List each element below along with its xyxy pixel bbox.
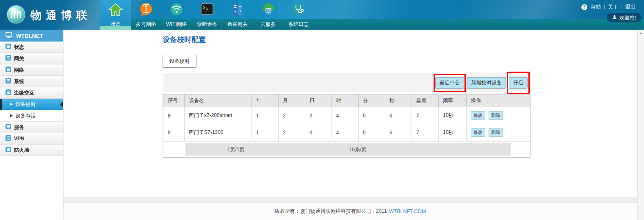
enable-button[interactable]: 开启 — [509, 77, 528, 89]
list-icon — [6, 124, 11, 131]
page-size-indicator: 10条/页 — [349, 146, 367, 153]
column-header: 月 — [279, 95, 305, 107]
cell-month: 2 — [279, 107, 305, 124]
list-icon — [6, 78, 11, 85]
nav-item-status[interactable]: 状态 — [100, 0, 131, 30]
tab-device-time-sync[interactable]: 设备校时 — [163, 55, 196, 68]
wifi-icon — [161, 2, 192, 19]
enable-annotation: 开启 — [509, 77, 528, 89]
monitor-icon — [6, 32, 12, 39]
help-icon: ? — [581, 4, 587, 10]
sidebar-item-network[interactable]: 网络 — [0, 64, 63, 76]
brand-name: 物通博联 — [30, 8, 91, 23]
cell-day: 3 — [305, 124, 332, 141]
copyright-text: 版权所有：厦门物通博联网络科技有限公司 · 2011 — [275, 208, 387, 215]
submenu-arrow-icon: ▶ — [10, 114, 13, 117]
list-icon — [6, 67, 11, 73]
brand-logo: 物通博联 — [6, 4, 91, 26]
cell-hour: 4 — [332, 124, 359, 141]
cell-second: 6 — [385, 107, 412, 124]
page-title: 设备校时配置 — [163, 35, 531, 45]
nav-item-system-logs[interactable]: 系统日志 — [283, 0, 314, 30]
pagination-bar[interactable]: 1页/1页 10条/页 — [185, 143, 511, 156]
list-icon — [6, 147, 11, 153]
sidebar-title: WTBLNET — [0, 30, 63, 42]
column-header: 分 — [359, 95, 385, 107]
sidebar-item-device-alive[interactable]: ▶ 设备存活 — [0, 110, 63, 122]
column-header: 序号 — [163, 95, 185, 107]
device-table-container: 序号 设备名 年 月 日 时 分 秒 星期 频率 操作 — [163, 94, 531, 158]
list-icon — [6, 135, 11, 142]
table-row: 9 西门子S7-1200 1 2 3 4 5 6 7 10秒 修改 — [163, 124, 530, 141]
column-header: 频率 — [439, 95, 467, 107]
nav-item-cloud-service[interactable]: 云服务 — [253, 0, 283, 30]
table-row: 8 西门子s7-200smart 1 2 3 4 5 6 7 10秒 修改 — [163, 107, 530, 124]
cloud-icon — [253, 2, 283, 19]
column-header: 星期 — [412, 95, 439, 107]
restart-center-annotation: 重启中心 — [435, 77, 464, 89]
cell-year: 1 — [252, 124, 279, 141]
sidebar-item-system[interactable]: 系统 — [0, 76, 63, 87]
edit-button[interactable]: 修改 — [471, 111, 485, 120]
delete-button[interactable]: 删除 — [489, 111, 503, 120]
main-area: 设备校时配置 设备校时 重启中心 新增校时设备 开启 — [64, 30, 637, 220]
sidebar-item-firewall[interactable]: 防火墙 — [0, 145, 63, 156]
footer-divider-strip — [64, 197, 637, 203]
top-nav: 状态 拨号网络 — [100, 0, 644, 30]
delete-button[interactable]: 删除 — [489, 128, 503, 137]
help-link[interactable]: 帮助 — [587, 3, 604, 11]
cell-actions: 修改 删除 — [467, 107, 530, 124]
cell-hour: 4 — [332, 107, 359, 124]
cell-month: 2 — [279, 124, 305, 141]
cell-actions: 修改 删除 — [467, 124, 530, 141]
sidebar-item-gateway[interactable]: 网关 — [0, 53, 63, 64]
logo-sphere-icon — [6, 4, 26, 26]
column-header: 设备名 — [185, 95, 252, 107]
cell-seq: 8 — [163, 107, 185, 124]
cell-year: 1 — [252, 107, 279, 124]
restart-center-button[interactable]: 重启中心 — [435, 77, 464, 89]
sidebar-item-edge-interaction[interactable]: 边缘交互 — [0, 87, 63, 99]
edit-button[interactable]: 修改 — [471, 128, 485, 137]
sidebar-item-status[interactable]: 状态 — [0, 42, 63, 53]
column-header: 时 — [332, 95, 359, 107]
dial-network-icon — [131, 2, 161, 19]
sidebar-item-vpn[interactable]: VPN — [0, 133, 63, 145]
submenu-arrow-icon: ▶ — [10, 103, 13, 106]
column-header: 操作 — [467, 95, 530, 107]
list-icon — [6, 55, 11, 62]
footer-site-link[interactable]: WTBLNET.COM — [389, 209, 426, 214]
nav-item-diagnostic-command[interactable]: 诊断命令 — [192, 0, 222, 30]
list-icon — [6, 89, 11, 96]
scroll-up-arrow-icon[interactable] — [639, 32, 643, 34]
header-utility-links: ? 帮助 关于 退出 — [581, 3, 639, 11]
device-time-panel: 重启中心 新增校时设备 开启 序号 — [163, 73, 531, 158]
nav-item-wifi-network[interactable]: WIFI网络 — [161, 0, 192, 30]
list-icon — [6, 44, 11, 50]
logs-icon — [283, 2, 314, 19]
nav-item-data-gateway[interactable]: 数采网关 — [222, 0, 253, 30]
device-time-table: 序号 设备名 年 月 日 时 分 秒 星期 频率 操作 — [163, 94, 530, 141]
welcome-user-button[interactable]: 欢迎您! — [607, 13, 641, 22]
cell-day: 3 — [305, 107, 332, 124]
vertical-scrollbar[interactable] — [637, 30, 644, 220]
cell-frequency: 10秒 — [439, 107, 467, 124]
nav-item-dial-network[interactable]: 拨号网络 — [131, 0, 161, 30]
column-header: 秒 — [385, 95, 412, 107]
pagination-row: 1页/1页 10条/页 — [163, 141, 530, 157]
cell-minute: 5 — [359, 124, 385, 141]
page-indicator: 1页/1页 — [227, 146, 245, 153]
about-link[interactable]: 关于 — [605, 3, 622, 11]
column-header: 年 — [252, 95, 279, 107]
table-header-row: 序号 设备名 年 月 日 时 分 秒 星期 频率 操作 — [163, 95, 530, 107]
add-time-sync-device-button[interactable]: 新增校时设备 — [467, 77, 506, 89]
sidebar: WTBLNET 状态 网关 网络 系统 边缘交互 ▶ 设备校时 ▶ 设备存活 服… — [0, 30, 64, 220]
cell-week: 7 — [412, 107, 439, 124]
app-header: 物通博联 状态 — [0, 0, 644, 30]
cell-week: 7 — [412, 124, 439, 141]
home-icon — [100, 2, 131, 19]
sidebar-item-device-time-sync[interactable]: ▶ 设备校时 — [0, 99, 63, 110]
logout-link[interactable]: 退出 — [622, 3, 639, 11]
cell-frequency: 10秒 — [439, 124, 467, 141]
sidebar-item-service[interactable]: 服务 — [0, 122, 63, 133]
